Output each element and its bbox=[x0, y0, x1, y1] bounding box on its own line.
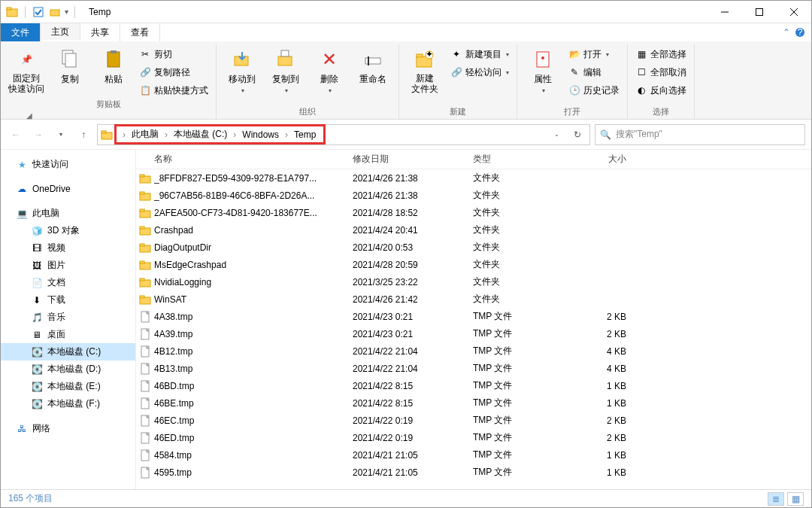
file-list[interactable]: _8FFDF827-ED59-4309-9278-E1A797...2021/4… bbox=[136, 169, 811, 489]
sidebar-item[interactable]: 🧊3D 对象 bbox=[1, 222, 135, 239]
search-input[interactable]: 🔍 搜索"Temp" bbox=[595, 124, 805, 145]
view-icons-button[interactable]: ▦ bbox=[787, 492, 804, 506]
sidebar-item[interactable]: 💽本地磁盘 (C:) bbox=[1, 343, 135, 360]
properties-button[interactable]: 属性▾ bbox=[522, 44, 564, 97]
nav-forward-button[interactable]: → bbox=[29, 126, 47, 144]
open-button[interactable]: 📂打开▾ bbox=[565, 46, 623, 62]
tab-share[interactable]: 共享 bbox=[80, 23, 120, 41]
svg-rect-30 bbox=[140, 192, 144, 194]
copyto-button[interactable]: 复制到▾ bbox=[265, 44, 307, 97]
sidebar-quick-access[interactable]: ★快速访问 bbox=[1, 156, 135, 173]
sidebar-item[interactable]: 🖼图片 bbox=[1, 257, 135, 274]
pin-button[interactable]: 📌固定到 快速访问 bbox=[5, 44, 47, 98]
file-row[interactable]: DiagOutputDir2021/4/20 0:53文件夹 bbox=[136, 239, 811, 256]
file-row[interactable]: 46BE.tmp2021/4/22 8:15TMP 文件1 KB bbox=[136, 394, 811, 412]
rename-button[interactable]: 重命名 bbox=[352, 44, 394, 89]
file-row[interactable]: MsEdgeCrashpad2021/4/28 20:59文件夹 bbox=[136, 256, 811, 273]
svg-rect-40 bbox=[140, 278, 144, 281]
nav-up-button[interactable]: ↑ bbox=[74, 126, 92, 144]
easyaccess-button[interactable]: 🔗轻松访问▾ bbox=[447, 64, 512, 81]
chevron-right-icon[interactable]: › bbox=[283, 129, 289, 140]
col-date[interactable]: 修改日期 bbox=[347, 153, 467, 166]
svg-rect-12 bbox=[108, 52, 120, 67]
file-row[interactable]: NvidiaLogging2021/3/25 23:22文件夹 bbox=[136, 273, 811, 291]
col-name[interactable]: 名称 bbox=[136, 153, 347, 166]
chevron-right-icon[interactable]: › bbox=[121, 129, 127, 140]
copy-button[interactable]: 复制 bbox=[49, 44, 91, 89]
sidebar-onedrive[interactable]: ☁OneDrive bbox=[1, 181, 135, 197]
file-row[interactable]: 2AFEA500-CF73-4D81-9420-183677E...2021/4… bbox=[136, 204, 811, 221]
tab-view[interactable]: 查看 bbox=[120, 23, 160, 41]
svg-text:✦: ✦ bbox=[426, 49, 433, 59]
svg-rect-42 bbox=[140, 296, 144, 298]
title-bar: ▾ Temp bbox=[1, 1, 811, 23]
sidebar-item[interactable]: 💽本地磁盘 (F:) bbox=[1, 395, 135, 412]
maximize-button[interactable] bbox=[742, 1, 777, 23]
chevron-right-icon[interactable]: › bbox=[232, 129, 238, 140]
sidebar-item[interactable]: 🎵音乐 bbox=[1, 309, 135, 326]
newitem-button[interactable]: ✦新建项目▾ bbox=[447, 46, 512, 62]
file-row[interactable]: 46BD.tmp2021/4/22 8:15TMP 文件1 KB bbox=[136, 377, 811, 394]
status-bar: 165 个项目 ≣ ▦ bbox=[1, 489, 811, 507]
qat-folder-icon[interactable] bbox=[48, 5, 62, 19]
collapse-ribbon-icon[interactable]: ⌃ bbox=[783, 27, 790, 38]
sidebar-thispc[interactable]: 💻此电脑 bbox=[1, 205, 135, 222]
sidebar-item[interactable]: 📄文档 bbox=[1, 274, 135, 291]
file-row[interactable]: 4584.tmp2021/4/21 21:05TMP 文件1 KB bbox=[136, 446, 811, 464]
nav-back-button[interactable]: ← bbox=[7, 126, 25, 144]
col-type[interactable]: 类型 bbox=[467, 153, 557, 166]
file-row[interactable]: WinSAT2021/4/26 21:42文件夹 bbox=[136, 291, 811, 308]
selectnone-button[interactable]: ☐全部取消 bbox=[632, 64, 689, 81]
delete-button[interactable]: ✕删除▾ bbox=[308, 44, 350, 97]
chevron-right-icon[interactable]: › bbox=[163, 129, 169, 140]
address-bar[interactable]: › 此电脑 › 本地磁盘 (C:) › Windows › Temp ⌄ ↻ bbox=[97, 124, 590, 145]
moveto-button[interactable]: 移动到▾ bbox=[221, 44, 263, 97]
folder-icon bbox=[136, 207, 154, 219]
cut-button[interactable]: ✂剪切 bbox=[136, 46, 211, 62]
addr-dropdown-button[interactable]: ⌄ bbox=[547, 126, 565, 144]
tab-file[interactable]: 文件 bbox=[1, 23, 41, 41]
crumb-drive-c[interactable]: 本地磁盘 (C:) bbox=[171, 128, 230, 141]
file-row[interactable]: 4595.tmp2021/4/21 21:05TMP 文件1 KB bbox=[136, 464, 811, 481]
crumb-windows[interactable]: Windows bbox=[239, 129, 282, 140]
invert-button[interactable]: ◐反向选择 bbox=[632, 82, 689, 99]
qat-checkbox-icon[interactable] bbox=[32, 5, 45, 19]
sidebar-item[interactable]: 🎞视频 bbox=[1, 239, 135, 257]
file-icon bbox=[136, 345, 154, 357]
edit-button[interactable]: ✎编辑 bbox=[565, 64, 623, 81]
history-button[interactable]: 🕒历史记录 bbox=[565, 82, 623, 99]
sidebar-network[interactable]: 🖧网络 bbox=[1, 420, 135, 437]
file-row[interactable]: Crashpad2021/4/24 20:41文件夹 bbox=[136, 221, 811, 239]
nav-recent-button[interactable]: ▾ bbox=[52, 126, 70, 144]
file-row[interactable]: 4A38.tmp2021/4/23 0:21TMP 文件2 KB bbox=[136, 308, 811, 325]
tab-home[interactable]: 主页 bbox=[41, 23, 80, 41]
view-details-button[interactable]: ≣ bbox=[768, 492, 784, 506]
paste-button[interactable]: 粘贴 bbox=[92, 44, 135, 89]
newfolder-button[interactable]: ✦新建 文件夹 bbox=[404, 44, 446, 98]
crumb-temp[interactable]: Temp bbox=[291, 129, 319, 140]
sidebar-item[interactable]: 💽本地磁盘 (D:) bbox=[1, 360, 135, 378]
file-row[interactable]: 4B12.tmp2021/4/22 21:04TMP 文件4 KB bbox=[136, 342, 811, 360]
file-row[interactable]: _8FFDF827-ED59-4309-9278-E1A797...2021/4… bbox=[136, 169, 811, 187]
file-row[interactable]: 4A39.tmp2021/4/23 0:21TMP 文件2 KB bbox=[136, 325, 811, 342]
selectall-button[interactable]: ▦全部选择 bbox=[632, 46, 689, 62]
sidebar-item[interactable]: 💽本地磁盘 (E:) bbox=[1, 378, 135, 395]
file-row[interactable]: 4B13.tmp2021/4/22 21:04TMP 文件4 KB bbox=[136, 360, 811, 377]
copypath-button[interactable]: 🔗复制路径 bbox=[136, 64, 211, 81]
group-select-label: 选择 bbox=[632, 106, 689, 119]
qat-dropdown-icon[interactable]: ▾ bbox=[65, 8, 68, 16]
file-row[interactable]: 46EC.tmp2021/4/22 0:19TMP 文件2 KB bbox=[136, 412, 811, 429]
sidebar-item[interactable]: ⬇下载 bbox=[1, 291, 135, 309]
file-icon bbox=[136, 328, 154, 340]
help-icon[interactable]: ? bbox=[795, 27, 805, 38]
crumb-thispc[interactable]: 此电脑 bbox=[129, 128, 162, 141]
close-button[interactable] bbox=[777, 1, 811, 23]
pasteshortcut-button[interactable]: 📋粘贴快捷方式 bbox=[136, 82, 211, 99]
file-row[interactable]: _96C7AB56-81B9-46C6-8BFA-2D26A...2021/4/… bbox=[136, 187, 811, 204]
sidebar-item[interactable]: 🖥桌面 bbox=[1, 326, 135, 343]
search-icon: 🔍 bbox=[600, 129, 611, 140]
col-size[interactable]: 大小 bbox=[557, 153, 632, 166]
minimize-button[interactable] bbox=[707, 1, 742, 23]
refresh-button[interactable]: ↻ bbox=[568, 126, 586, 144]
file-row[interactable]: 46ED.tmp2021/4/22 0:19TMP 文件2 KB bbox=[136, 429, 811, 446]
